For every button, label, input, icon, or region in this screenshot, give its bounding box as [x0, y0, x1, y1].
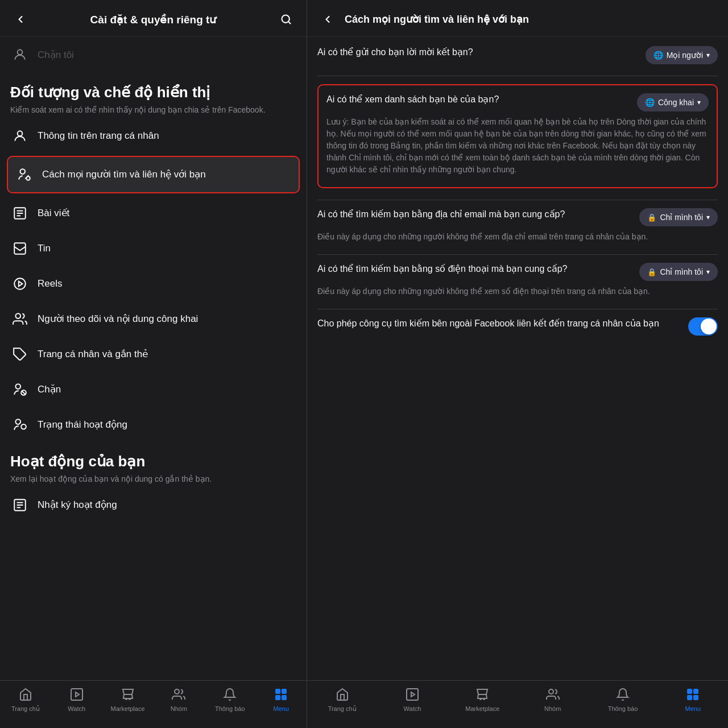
external-search-toggle[interactable] [688, 317, 718, 336]
svg-rect-40 [687, 695, 692, 700]
email-search-note: Điều này áp dụng cho những người không t… [317, 231, 718, 243]
left-header: Cài đặt & quyền riêng tư [0, 0, 307, 37]
nav-groups-right[interactable]: Nhóm [536, 688, 570, 712]
menu-item-stories[interactable]: Tin [0, 231, 307, 266]
nav-marketplace-right[interactable]: Marketplace [465, 688, 499, 712]
nav-home-left[interactable]: Trang chủ [9, 688, 43, 713]
audience-title: Đối tượng và chế độ hiển thị [10, 84, 296, 101]
chevron-icon-4: ▾ [706, 268, 710, 276]
menu-item-activity-log[interactable]: Nhật ký hoạt động [0, 487, 307, 523]
svg-point-5 [26, 176, 30, 180]
friend-list-question: Ai có thể xem danh sách bạn bè của bạn? [326, 93, 630, 106]
menu-icon-left [274, 688, 288, 704]
friend-list-btn-text: Công khai [658, 98, 694, 107]
menu-label-posts: Bài viết [38, 207, 69, 219]
menu-item-posts[interactable]: Bài viết [0, 196, 307, 231]
activity-status-icon [10, 415, 30, 435]
svg-point-3 [18, 131, 23, 136]
nav-notifications-left[interactable]: Thông báo [213, 688, 247, 712]
menu-label-block: Chặn [38, 383, 61, 395]
watch-icon-right [406, 688, 419, 704]
menu-label-reels: Reels [38, 278, 62, 289]
nav-label-notifications-right: Thông báo [608, 705, 638, 712]
svg-marker-25 [76, 692, 79, 697]
phone-search-btn-text: Chỉ mình tôi [660, 267, 703, 276]
svg-point-2 [18, 49, 23, 55]
menu-item-activity-status[interactable]: Trạng thái hoạt động [0, 407, 307, 442]
email-search-btn[interactable]: 🔒 Chỉ mình tôi ▾ [639, 208, 718, 226]
nav-notifications-right[interactable]: Thông báo [606, 688, 640, 712]
svg-point-13 [15, 313, 20, 318]
svg-point-11 [14, 278, 26, 289]
svg-point-15 [15, 384, 20, 389]
right-panel: Cách mọi người tìm và liên hệ với bạn Ai… [307, 0, 728, 728]
menu-item-partial[interactable]: Chặn tôi [0, 37, 307, 72]
phone-search-question: Ai có thể tìm kiếm bạn bằng số điện thoạ… [317, 263, 632, 275]
svg-rect-33 [407, 689, 418, 700]
globe-icon-2: 🌐 [645, 98, 655, 107]
svg-rect-39 [693, 689, 698, 694]
groups-icon-right [546, 688, 560, 704]
nav-home-right[interactable]: Trang chủ [325, 688, 359, 713]
divider-4 [317, 309, 718, 309]
phone-search-row: Ai có thể tìm kiếm bạn bằng số điện thoạ… [317, 263, 718, 281]
divider-3 [317, 254, 718, 255]
activity-log-icon [10, 495, 30, 515]
profile-info-icon [10, 126, 30, 146]
friend-request-btn-text: Mọi người [667, 51, 703, 60]
friend-list-row: Ai có thể xem danh sách bạn bè của bạn? … [326, 93, 709, 111]
marketplace-icon-right [475, 688, 489, 704]
tagging-icon [10, 345, 30, 364]
nav-menu-right[interactable]: Menu [676, 688, 710, 712]
marketplace-icon-left [121, 688, 135, 704]
left-header-title: Cài đặt & quyền riêng tư [90, 13, 217, 26]
bottom-nav-right: Trang chủ Watch Marketplace Nhóm Thông b… [307, 680, 728, 728]
menu-item-profile-info[interactable]: Thông tin trên trang cá nhân [0, 118, 307, 154]
nav-label-marketplace-left: Marketplace [111, 705, 145, 712]
nav-label-groups-left: Nhóm [171, 705, 187, 712]
menu-item-tagging[interactable]: Trang cá nhân và gắn thẻ [0, 337, 307, 372]
friend-list-btn[interactable]: 🌐 Công khai ▾ [637, 93, 709, 111]
back-button-right[interactable] [317, 9, 338, 30]
svg-marker-12 [19, 281, 23, 286]
email-search-section: Ai có thể tìm kiếm bạn bằng địa chỉ emai… [317, 208, 718, 243]
back-button-left[interactable] [10, 9, 31, 30]
svg-rect-38 [687, 689, 692, 694]
email-search-question: Ai có thể tìm kiếm bạn bằng địa chỉ emai… [317, 208, 632, 221]
menu-item-find-contact-wrapper[interactable]: Cách mọi người tìm và liên hệ với bạn [7, 156, 300, 193]
menu-label-activity-status: Trạng thái hoạt động [38, 419, 127, 431]
nav-groups-left[interactable]: Nhóm [162, 688, 196, 712]
svg-rect-31 [275, 695, 280, 700]
nav-label-groups-right: Nhóm [544, 705, 561, 712]
menu-label-find-contact: Cách mọi người tìm và liên hệ với bạn [42, 168, 206, 180]
svg-rect-30 [282, 689, 287, 694]
svg-point-37 [549, 689, 553, 694]
block-icon [10, 380, 30, 399]
search-button[interactable] [276, 9, 296, 30]
menu-item-reels[interactable]: Reels [0, 266, 307, 301]
svg-rect-41 [693, 695, 698, 700]
nav-menu-left[interactable]: Menu [264, 688, 298, 712]
nav-watch-left[interactable]: Watch [60, 688, 94, 712]
chevron-icon-3: ▾ [706, 213, 710, 221]
svg-point-27 [129, 698, 130, 700]
nav-marketplace-left[interactable]: Marketplace [111, 688, 145, 712]
posts-icon [10, 204, 30, 223]
menu-item-find-contact[interactable]: Cách mọi người tìm và liên hệ với bạn [7, 156, 300, 193]
friend-request-btn[interactable]: 🌐 Mọi người ▾ [646, 46, 718, 64]
menu-label-followers: Người theo dõi và nội dung công khai [38, 313, 198, 325]
external-search-section: Cho phép công cụ tìm kiếm bên ngoài Face… [317, 317, 718, 336]
svg-line-1 [288, 22, 291, 24]
phone-search-btn[interactable]: 🔒 Chỉ mình tôi ▾ [639, 263, 718, 281]
email-search-btn-text: Chỉ mình tôi [660, 213, 703, 222]
groups-icon-left [172, 688, 185, 704]
menu-item-block[interactable]: Chặn [0, 372, 307, 407]
nav-watch-right[interactable]: Watch [395, 688, 429, 712]
activity-desc: Xem lại hoạt động của bạn và nội dung có… [10, 474, 296, 485]
menu-label-stories: Tin [38, 243, 51, 254]
menu-icon-right [686, 688, 700, 704]
activity-section-header: Hoạt động của bạn Xem lại hoạt động của … [0, 442, 307, 487]
right-header-title: Cách mọi người tìm và liên hệ với bạn [345, 13, 718, 26]
menu-item-followers[interactable]: Người theo dõi và nội dung công khai [0, 301, 307, 337]
nav-label-home-left: Trang chủ [11, 705, 40, 713]
